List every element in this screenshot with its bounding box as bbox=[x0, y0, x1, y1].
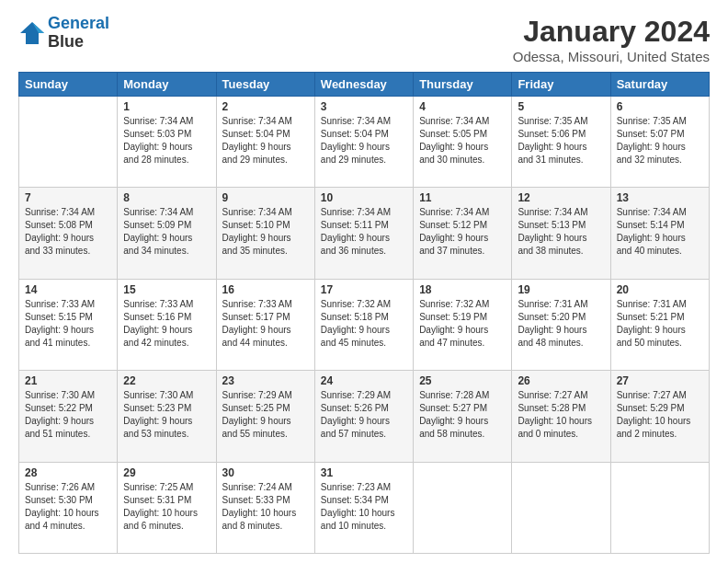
calendar-cell: 25Sunrise: 7:28 AMSunset: 5:27 PMDayligh… bbox=[414, 371, 512, 462]
day-header-wednesday: Wednesday bbox=[314, 73, 413, 97]
calendar-cell: 27Sunrise: 7:27 AMSunset: 5:29 PMDayligh… bbox=[610, 371, 709, 462]
cell-sun-info: Sunrise: 7:23 AMSunset: 5:34 PMDaylight:… bbox=[321, 481, 407, 533]
cell-day-number: 25 bbox=[419, 374, 506, 387]
day-header-tuesday: Tuesday bbox=[216, 73, 314, 97]
calendar-cell: 22Sunrise: 7:30 AMSunset: 5:23 PMDayligh… bbox=[118, 371, 216, 462]
day-header-monday: Monday bbox=[118, 73, 216, 97]
cell-day-number: 21 bbox=[25, 374, 111, 387]
calendar-cell: 20Sunrise: 7:31 AMSunset: 5:21 PMDayligh… bbox=[610, 279, 709, 370]
cell-day-number: 30 bbox=[222, 466, 309, 479]
location-title: Odessa, Missouri, United States bbox=[513, 49, 710, 64]
title-block: January 2024 Odessa, Missouri, United St… bbox=[513, 15, 710, 64]
calendar-header-row: SundayMondayTuesdayWednesdayThursdayFrid… bbox=[19, 73, 710, 97]
cell-day-number: 17 bbox=[321, 283, 407, 296]
cell-sun-info: Sunrise: 7:31 AMSunset: 5:21 PMDaylight:… bbox=[617, 298, 703, 350]
week-row-4: 21Sunrise: 7:30 AMSunset: 5:22 PMDayligh… bbox=[19, 371, 710, 462]
calendar-cell: 24Sunrise: 7:29 AMSunset: 5:26 PMDayligh… bbox=[314, 371, 413, 462]
calendar-cell: 8Sunrise: 7:34 AMSunset: 5:09 PMDaylight… bbox=[118, 188, 216, 279]
cell-day-number: 6 bbox=[617, 100, 703, 113]
cell-day-number: 3 bbox=[321, 100, 407, 113]
cell-sun-info: Sunrise: 7:25 AMSunset: 5:31 PMDaylight:… bbox=[123, 481, 210, 533]
header: General Blue January 2024 Odessa, Missou… bbox=[18, 15, 710, 64]
cell-day-number: 10 bbox=[321, 191, 407, 204]
cell-day-number: 11 bbox=[419, 191, 506, 204]
cell-day-number: 22 bbox=[123, 374, 210, 387]
day-header-sunday: Sunday bbox=[19, 73, 118, 97]
cell-day-number: 9 bbox=[222, 191, 309, 204]
calendar-table: SundayMondayTuesdayWednesdayThursdayFrid… bbox=[18, 72, 710, 554]
cell-day-number: 16 bbox=[222, 283, 309, 296]
week-row-5: 28Sunrise: 7:26 AMSunset: 5:30 PMDayligh… bbox=[19, 462, 710, 553]
cell-day-number: 4 bbox=[419, 100, 506, 113]
calendar-cell: 17Sunrise: 7:32 AMSunset: 5:18 PMDayligh… bbox=[314, 279, 413, 370]
logo-line1: General bbox=[48, 14, 109, 32]
cell-sun-info: Sunrise: 7:29 AMSunset: 5:25 PMDaylight:… bbox=[222, 389, 309, 441]
calendar-cell: 4Sunrise: 7:34 AMSunset: 5:05 PMDaylight… bbox=[414, 97, 512, 188]
logo-icon bbox=[18, 20, 46, 46]
calendar-cell: 16Sunrise: 7:33 AMSunset: 5:17 PMDayligh… bbox=[216, 279, 314, 370]
cell-sun-info: Sunrise: 7:30 AMSunset: 5:22 PMDaylight:… bbox=[25, 389, 111, 441]
cell-day-number: 29 bbox=[123, 466, 210, 479]
day-header-thursday: Thursday bbox=[414, 73, 512, 97]
cell-sun-info: Sunrise: 7:34 AMSunset: 5:05 PMDaylight:… bbox=[419, 115, 506, 167]
cell-sun-info: Sunrise: 7:34 AMSunset: 5:03 PMDaylight:… bbox=[123, 115, 210, 167]
calendar-cell: 18Sunrise: 7:32 AMSunset: 5:19 PMDayligh… bbox=[414, 279, 512, 370]
cell-sun-info: Sunrise: 7:26 AMSunset: 5:30 PMDaylight:… bbox=[25, 481, 111, 533]
cell-sun-info: Sunrise: 7:34 AMSunset: 5:04 PMDaylight:… bbox=[222, 115, 309, 167]
calendar-cell: 21Sunrise: 7:30 AMSunset: 5:22 PMDayligh… bbox=[19, 371, 118, 462]
cell-day-number: 13 bbox=[617, 191, 703, 204]
logo: General Blue bbox=[18, 15, 109, 52]
cell-sun-info: Sunrise: 7:24 AMSunset: 5:33 PMDaylight:… bbox=[222, 481, 309, 533]
calendar-cell: 10Sunrise: 7:34 AMSunset: 5:11 PMDayligh… bbox=[314, 188, 413, 279]
week-row-1: 1Sunrise: 7:34 AMSunset: 5:03 PMDaylight… bbox=[19, 97, 710, 188]
calendar-cell: 30Sunrise: 7:24 AMSunset: 5:33 PMDayligh… bbox=[216, 462, 314, 553]
cell-day-number: 1 bbox=[123, 100, 210, 113]
calendar-cell: 11Sunrise: 7:34 AMSunset: 5:12 PMDayligh… bbox=[414, 188, 512, 279]
cell-sun-info: Sunrise: 7:34 AMSunset: 5:13 PMDaylight:… bbox=[518, 206, 604, 258]
calendar-cell: 14Sunrise: 7:33 AMSunset: 5:15 PMDayligh… bbox=[19, 279, 118, 370]
cell-day-number: 24 bbox=[321, 374, 407, 387]
cell-sun-info: Sunrise: 7:33 AMSunset: 5:15 PMDaylight:… bbox=[25, 298, 111, 350]
cell-sun-info: Sunrise: 7:32 AMSunset: 5:19 PMDaylight:… bbox=[419, 298, 506, 350]
calendar-cell: 28Sunrise: 7:26 AMSunset: 5:30 PMDayligh… bbox=[19, 462, 118, 553]
cell-sun-info: Sunrise: 7:34 AMSunset: 5:09 PMDaylight:… bbox=[123, 206, 210, 258]
calendar-cell: 23Sunrise: 7:29 AMSunset: 5:25 PMDayligh… bbox=[216, 371, 314, 462]
calendar-cell: 1Sunrise: 7:34 AMSunset: 5:03 PMDaylight… bbox=[118, 97, 216, 188]
cell-sun-info: Sunrise: 7:34 AMSunset: 5:11 PMDaylight:… bbox=[321, 206, 407, 258]
day-header-friday: Friday bbox=[512, 73, 610, 97]
week-row-3: 14Sunrise: 7:33 AMSunset: 5:15 PMDayligh… bbox=[19, 279, 710, 370]
cell-sun-info: Sunrise: 7:34 AMSunset: 5:08 PMDaylight:… bbox=[25, 206, 111, 258]
cell-sun-info: Sunrise: 7:32 AMSunset: 5:18 PMDaylight:… bbox=[321, 298, 407, 350]
cell-day-number: 19 bbox=[518, 283, 604, 296]
cell-sun-info: Sunrise: 7:28 AMSunset: 5:27 PMDaylight:… bbox=[419, 389, 506, 441]
month-title: January 2024 bbox=[513, 15, 710, 49]
cell-day-number: 18 bbox=[419, 283, 506, 296]
cell-day-number: 15 bbox=[123, 283, 210, 296]
cell-sun-info: Sunrise: 7:31 AMSunset: 5:20 PMDaylight:… bbox=[518, 298, 604, 350]
cell-sun-info: Sunrise: 7:35 AMSunset: 5:07 PMDaylight:… bbox=[617, 115, 703, 167]
cell-sun-info: Sunrise: 7:27 AMSunset: 5:28 PMDaylight:… bbox=[518, 389, 604, 441]
cell-day-number: 8 bbox=[123, 191, 210, 204]
calendar-cell bbox=[610, 462, 709, 553]
calendar-cell: 29Sunrise: 7:25 AMSunset: 5:31 PMDayligh… bbox=[118, 462, 216, 553]
calendar-cell: 2Sunrise: 7:34 AMSunset: 5:04 PMDaylight… bbox=[216, 97, 314, 188]
day-header-saturday: Saturday bbox=[610, 73, 709, 97]
calendar-cell: 9Sunrise: 7:34 AMSunset: 5:10 PMDaylight… bbox=[216, 188, 314, 279]
logo-line2: Blue bbox=[48, 33, 109, 52]
cell-sun-info: Sunrise: 7:27 AMSunset: 5:29 PMDaylight:… bbox=[617, 389, 703, 441]
calendar-cell bbox=[19, 97, 118, 188]
cell-day-number: 2 bbox=[222, 100, 309, 113]
page: General Blue January 2024 Odessa, Missou… bbox=[0, 0, 728, 563]
cell-day-number: 31 bbox=[321, 466, 407, 479]
calendar-cell bbox=[512, 462, 610, 553]
calendar-cell: 5Sunrise: 7:35 AMSunset: 5:06 PMDaylight… bbox=[512, 97, 610, 188]
cell-day-number: 20 bbox=[617, 283, 703, 296]
cell-sun-info: Sunrise: 7:34 AMSunset: 5:12 PMDaylight:… bbox=[419, 206, 506, 258]
cell-sun-info: Sunrise: 7:34 AMSunset: 5:04 PMDaylight:… bbox=[321, 115, 407, 167]
logo-text: General Blue bbox=[48, 15, 109, 52]
calendar-cell: 31Sunrise: 7:23 AMSunset: 5:34 PMDayligh… bbox=[314, 462, 413, 553]
cell-day-number: 5 bbox=[518, 100, 604, 113]
week-row-2: 7Sunrise: 7:34 AMSunset: 5:08 PMDaylight… bbox=[19, 188, 710, 279]
cell-sun-info: Sunrise: 7:30 AMSunset: 5:23 PMDaylight:… bbox=[123, 389, 210, 441]
cell-sun-info: Sunrise: 7:34 AMSunset: 5:14 PMDaylight:… bbox=[617, 206, 703, 258]
